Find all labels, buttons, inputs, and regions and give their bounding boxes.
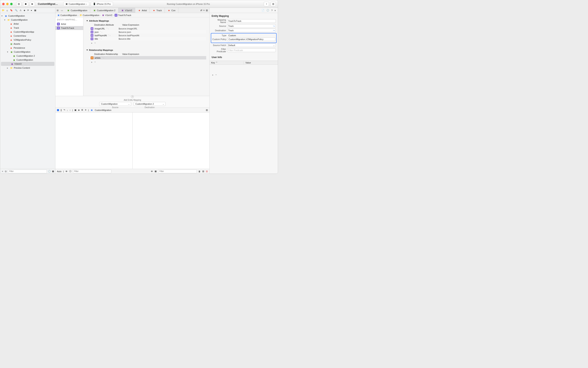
breakpoint-toggle[interactable]	[57, 109, 59, 111]
relationship-mappings-header[interactable]: ▾Relationship Mappings	[87, 48, 206, 52]
filter-scope-button[interactable]: ◎	[5, 170, 7, 173]
device-selector[interactable]: 📱 iPhone 15 Pro	[91, 2, 113, 6]
nav-back-button[interactable]: ‹	[61, 9, 62, 12]
related-files-button[interactable]: ▦	[55, 9, 60, 12]
auto-scope-selector[interactable]: Auto	[57, 170, 61, 173]
zoom-window-button[interactable]	[10, 3, 13, 5]
attr-row[interactable]: AimageURL⌃⌄$source.imageURL	[91, 27, 206, 30]
stop-button[interactable]: ◼	[23, 2, 28, 6]
debug-icon[interactable]: ⟳	[27, 9, 29, 12]
memory-graph-button[interactable]: ◈	[78, 109, 79, 111]
console-view[interactable]	[133, 112, 210, 169]
filter-predicate-field[interactable]: Filter Predicate	[227, 48, 276, 52]
file-inspector-icon[interactable]: 📄	[262, 9, 264, 12]
attr-row[interactable]: Atitle⌃⌄$source.title	[91, 37, 206, 40]
add-relationship-button[interactable]: ＋	[91, 61, 93, 64]
add-file-button[interactable]: ＋	[1, 170, 4, 173]
source-fetch-select[interactable]: Default	[227, 44, 276, 47]
tree-mapping-v1tov2[interactable]: ▣V1toV2	[1, 62, 54, 66]
tab-artist[interactable]: ◆Artist	[135, 8, 150, 13]
tree-file-persistence[interactable]: ◆Persistence	[0, 46, 55, 50]
user-info-table[interactable]	[210, 65, 278, 73]
breadcrumb[interactable]: ▣CustomMigration› 📁CustomMigration› ▣V1t…	[55, 13, 209, 18]
source-model-selector[interactable]: CustomMigration	[99, 102, 131, 106]
tree-modelversion-2[interactable]: ▣CustomMigration 2	[0, 54, 55, 58]
entity-row-tracktotrack[interactable]: ETrackToTrack	[55, 26, 83, 30]
review-button[interactable]: ⇄	[200, 9, 202, 12]
add-attribute-button[interactable]: ＋	[91, 42, 93, 45]
navigator-filter-input[interactable]	[8, 170, 47, 173]
custom-policy-field[interactable]: CustomMigration.V2MigrationPolicy	[228, 37, 275, 41]
eye-icon[interactable]: 👁	[65, 170, 68, 173]
scm-filter-button[interactable]: ▦	[52, 170, 54, 173]
tree-model[interactable]: ▾▣CustomMigration	[0, 50, 55, 54]
step-into-button[interactable]: ↓	[67, 109, 68, 111]
tab-custommigration-2[interactable]: ▣CustomMigration 2	[90, 8, 118, 13]
debug-view-button[interactable]: ▣	[74, 109, 76, 111]
tab-custommigration[interactable]: ▣CustomMigration	[64, 8, 90, 13]
remove-attribute-button[interactable]: −	[94, 42, 96, 45]
tree-group[interactable]: ▾📁CustomMigration	[0, 18, 55, 22]
info-icon[interactable]: ⓘ	[69, 170, 71, 173]
tab-con[interactable]: ◆Con	[165, 8, 178, 13]
project-tree[interactable]: ▾▣CustomMigration ▾📁CustomMigration ◆Art…	[0, 13, 55, 169]
attribute-mappings-header[interactable]: ▾Attribute Mappings	[87, 19, 206, 23]
find-icon[interactable]: 🔍	[15, 9, 18, 12]
tree-file-migrationpolicy[interactable]: ◆V2MigrationPolicy	[0, 38, 55, 42]
add-editor-button[interactable]: ▥	[206, 9, 208, 12]
help-inspector-icon[interactable]: ?	[271, 9, 272, 12]
trash-icon[interactable]: 🗑	[198, 170, 201, 173]
toggle-right-panel-button[interactable]: ▥	[206, 170, 208, 173]
console-scope-button[interactable]: ▦	[155, 170, 157, 173]
debug-expand-button[interactable]: ▥	[206, 109, 208, 111]
run-button[interactable]: ▶	[30, 2, 35, 6]
environment-button[interactable]: ⚙	[81, 109, 83, 111]
adjust-editor-button[interactable]: ≡	[203, 9, 205, 12]
nav-forward-button[interactable]: ›	[62, 9, 63, 12]
source-entity-select[interactable]: Track	[227, 24, 276, 28]
add-entity-mapping-button[interactable]: ＋	[131, 95, 134, 98]
add-tab-button[interactable]: ＋	[264, 2, 269, 6]
toggle-inspector-button[interactable]: ▥	[271, 2, 276, 6]
add-user-info-button[interactable]: ＋	[212, 74, 214, 76]
history-inspector-icon[interactable]: 🕘	[266, 9, 269, 12]
variables-filter-input[interactable]	[73, 170, 112, 173]
tree-file-app[interactable]: ◆CustomMigrationApp	[0, 30, 55, 34]
source-control-icon[interactable]: ⎌	[7, 9, 8, 12]
bookmark-icon[interactable]: 🔖	[10, 9, 13, 12]
tree-preview-content[interactable]: ▸📁Preview Content	[0, 66, 55, 70]
tree-file-contentview[interactable]: ◆ContentView	[0, 34, 55, 38]
toggle-navigator-button[interactable]: ▥	[16, 2, 21, 6]
attributes-inspector-icon[interactable]: ≡	[275, 9, 276, 12]
user-info-value-column[interactable]: Value	[244, 62, 278, 64]
close-window-button[interactable]	[2, 3, 5, 5]
console-filter-input[interactable]	[158, 170, 197, 173]
attr-row[interactable]: Ajson⌃⌄$source.json	[91, 30, 206, 34]
debug-process-label[interactable]: CustomMigration	[95, 109, 111, 111]
recent-button[interactable]: 🕘	[48, 170, 51, 173]
breakpoint-icon[interactable]: ▸	[31, 9, 32, 12]
test-icon[interactable]: ◈	[24, 9, 25, 12]
pause-button[interactable]: ‖	[61, 109, 62, 111]
step-over-button[interactable]: ↷	[63, 109, 65, 111]
project-navigator-icon[interactable]: 📁	[2, 9, 5, 12]
attr-row[interactable]: AlastPlayedAt⌃⌄$source.lastPlayedAt	[91, 34, 206, 37]
minimize-window-button[interactable]	[6, 3, 9, 5]
tree-project[interactable]: ▾▣CustomMigration	[0, 14, 55, 18]
remove-user-info-button[interactable]: −	[215, 74, 217, 76]
tab-v1tov2[interactable]: ▣V1toV2	[118, 8, 135, 13]
tree-file-assets[interactable]: ▦Assets	[0, 42, 55, 46]
destination-entity-select[interactable]: Track	[227, 29, 276, 32]
rel-row[interactable]: Oartists⌃⌄	[91, 56, 206, 59]
tab-track[interactable]: ◆Track	[150, 8, 165, 13]
toggle-left-panel-button[interactable]: ▥	[202, 170, 204, 173]
tree-modelversion-1[interactable]: ▣CustomMigration	[0, 58, 55, 62]
entity-row-artist[interactable]: EArtist	[55, 22, 83, 26]
location-button[interactable]: ✈	[85, 109, 87, 111]
remove-relationship-button[interactable]: −	[94, 61, 96, 64]
variables-view[interactable]	[55, 112, 133, 169]
scheme-selector[interactable]: ▣ CustomMigration ›	[63, 2, 89, 6]
tree-file-track[interactable]: ◆Track	[0, 26, 55, 30]
step-out-button[interactable]: ↑	[70, 109, 71, 111]
report-icon[interactable]: ▦	[34, 9, 36, 12]
